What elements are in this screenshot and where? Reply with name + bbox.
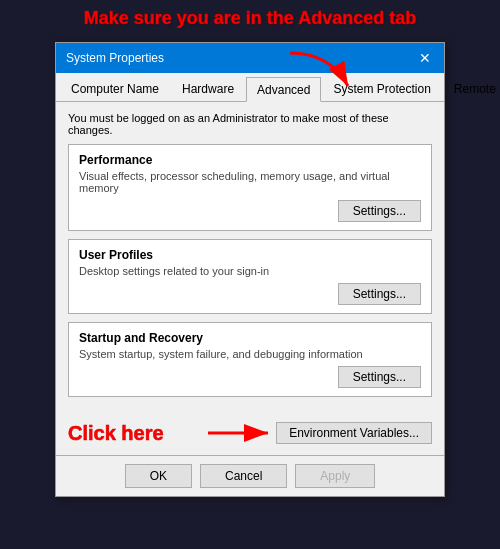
startup-recovery-desc: System startup, system failure, and debu… (79, 348, 421, 360)
tab-bar: Computer Name Hardware Advanced System P… (56, 73, 444, 102)
performance-desc: Visual effects, processor scheduling, me… (79, 170, 421, 194)
system-properties-dialog: System Properties ✕ Computer Name Hardwa… (55, 42, 445, 497)
right-arrow-icon (206, 421, 276, 445)
env-variables-row: Click here Environment Variables... (56, 415, 444, 455)
user-profiles-desc: Desktop settings related to your sign-in (79, 265, 421, 277)
startup-recovery-settings-button[interactable]: Settings... (338, 366, 421, 388)
user-profiles-section: User Profiles Desktop settings related t… (68, 239, 432, 314)
dialog-body: You must be logged on as an Administrato… (56, 102, 444, 415)
startup-recovery-section: Startup and Recovery System startup, sys… (68, 322, 432, 397)
apply-button[interactable]: Apply (295, 464, 375, 488)
click-here-label: Click here (68, 422, 164, 445)
dialog-title: System Properties (66, 51, 164, 65)
tab-computer-name[interactable]: Computer Name (60, 77, 170, 101)
arrow-top-indicator (280, 48, 360, 101)
tab-remote[interactable]: Remote (443, 77, 500, 101)
ok-button[interactable]: OK (125, 464, 192, 488)
performance-section: Performance Visual effects, processor sc… (68, 144, 432, 231)
performance-title: Performance (79, 153, 421, 167)
cancel-button[interactable]: Cancel (200, 464, 287, 488)
close-button[interactable]: ✕ (416, 49, 434, 67)
user-profiles-settings-button[interactable]: Settings... (338, 283, 421, 305)
title-bar: System Properties ✕ (56, 43, 444, 73)
tab-hardware[interactable]: Hardware (171, 77, 245, 101)
arrow-right-container: Environment Variables... (206, 421, 432, 445)
dialog-footer: OK Cancel Apply (56, 455, 444, 496)
user-profiles-title: User Profiles (79, 248, 421, 262)
admin-info-text: You must be logged on as an Administrato… (68, 112, 432, 136)
instruction-banner: Make sure you are in the Advanced tab (84, 8, 416, 29)
environment-variables-button[interactable]: Environment Variables... (276, 422, 432, 444)
performance-settings-button[interactable]: Settings... (338, 200, 421, 222)
startup-recovery-title: Startup and Recovery (79, 331, 421, 345)
